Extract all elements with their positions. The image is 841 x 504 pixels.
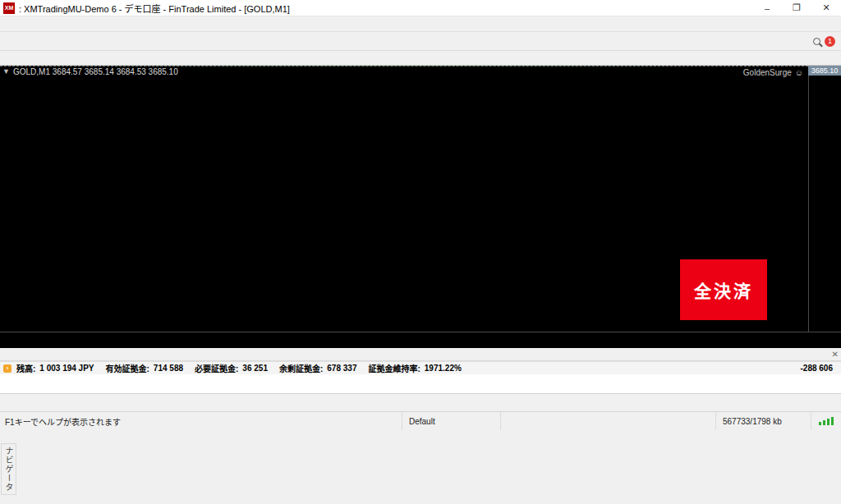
balance-value: 1 003 194 JPY [39, 364, 94, 373]
total-profit: -288 606 [801, 364, 841, 373]
status-bar: F1キーでヘルプが表示されます Default 567733/1798 kb [0, 411, 841, 430]
chart-area[interactable]: ▼ GOLD,M1 3684.57 3685.14 3684.53 3685.1… [0, 66, 841, 348]
toolbar-right: 1 [813, 36, 839, 47]
table-header [0, 348, 841, 361]
terminal-empty-space [0, 374, 841, 393]
price-axis [808, 66, 841, 332]
status-help-text: F1キーでヘルプが表示されます [0, 412, 402, 430]
balance-label: 残高: [16, 362, 35, 374]
mt4-window: { "window": { "app_icon": "XM", "title":… [0, 0, 841, 504]
current-price-label: 3685.10 [808, 66, 841, 76]
minimize-button[interactable]: – [752, 0, 782, 16]
search-icon[interactable] [813, 38, 820, 45]
status-spacer [501, 412, 716, 430]
window-controls: – ❐ ✕ [752, 0, 841, 16]
terminal-tabs [0, 393, 841, 411]
status-data-usage: 567733/1798 kb [716, 412, 811, 430]
notification-badge[interactable]: 1 [825, 36, 835, 47]
toolbar-line-studies [0, 51, 841, 66]
status-profile[interactable]: Default [402, 412, 501, 430]
menu-bar [0, 16, 841, 32]
terminal-close-icon[interactable]: ✕ [832, 349, 839, 360]
close-button[interactable]: ✕ [811, 0, 841, 16]
toolbar-standard: 1 [0, 32, 841, 51]
summary-icon: › [3, 364, 11, 373]
app-icon: XM [3, 2, 15, 14]
account-summary-row: › 残高: 1 003 194 JPY 有効証拠金: 714 588 必要証拠金… [0, 361, 841, 374]
time-axis [0, 332, 841, 348]
ohlc-info: GOLD,M1 3684.57 3685.14 3684.53 3685.10 [13, 67, 178, 76]
equity-value: 714 588 [154, 364, 183, 373]
margin-value: 36 251 [242, 364, 268, 373]
ea-label[interactable]: GoldenSurge ☺ [743, 68, 803, 77]
margin-level-value: 1971.22% [425, 364, 462, 373]
close-all-button[interactable]: 全決済 [680, 259, 767, 320]
connection-status-icon [811, 412, 841, 430]
margin-level-label: 証拠金維持率: [368, 362, 420, 374]
ea-name-text: GoldenSurge [743, 68, 792, 77]
equity-label: 有効証拠金: [106, 362, 149, 374]
window-title: : XMTradingMU-Demo 6 - デモ口座 - FinTrade L… [19, 2, 290, 15]
ea-smiley-icon: ☺ [795, 68, 803, 77]
title-bar: XM : XMTradingMU-Demo 6 - デモ口座 - FinTrad… [0, 0, 841, 16]
free-margin-label: 余剰証拠金: [279, 362, 323, 374]
one-click-trading-toggle[interactable]: ▼ [2, 67, 10, 76]
terminal-panel: › 残高: 1 003 194 JPY 有効証拠金: 714 588 必要証拠金… [0, 348, 841, 374]
maximize-button[interactable]: ❐ [782, 0, 811, 16]
free-margin-value: 678 337 [327, 364, 356, 373]
bid-price-line [0, 66, 808, 66]
margin-label: 必要証拠金: [195, 362, 238, 374]
sidebar-tab-navigator[interactable]: ナビゲータ [1, 443, 16, 495]
